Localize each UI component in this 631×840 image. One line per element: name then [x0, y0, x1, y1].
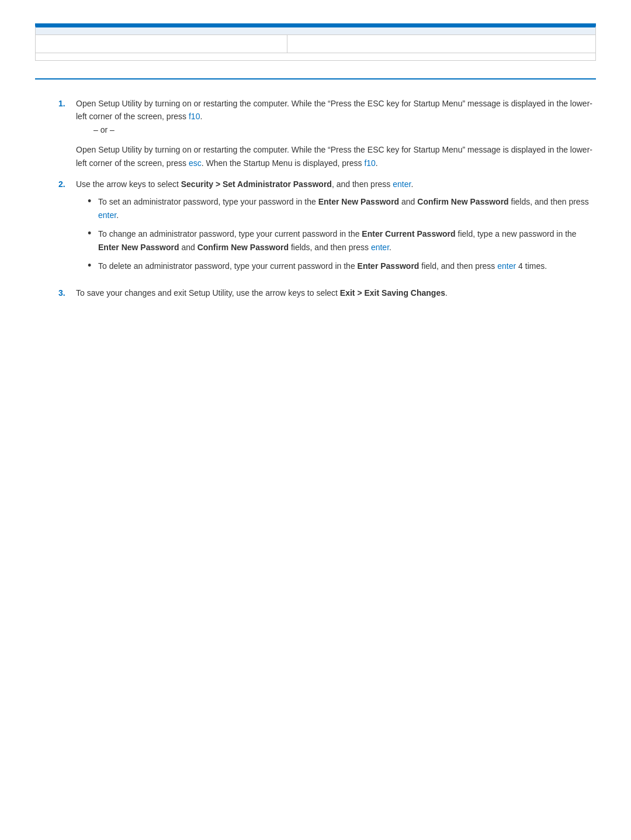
step-1-content: Open Setup Utility by turning on or rest… [76, 97, 596, 170]
esc-link[interactable]: esc [189, 158, 202, 168]
step-2: 2. Use the arrow keys to select Security… [58, 178, 596, 278]
page-footer [35, 335, 596, 344]
bullet-1: • To set an administrator password, type… [88, 195, 596, 222]
step-2-number: 2. [58, 178, 76, 278]
f10-link-2[interactable]: f10 [364, 158, 375, 168]
step-2-bold: Security > Set Administrator Password [181, 179, 332, 189]
enter-link-4[interactable]: enter [497, 261, 516, 271]
table-content-row [36, 35, 595, 53]
or-text: – or – [93, 123, 596, 136]
step-3: 3. To save your changes and exit Setup U… [58, 286, 596, 299]
step-1-number: 1. [58, 97, 76, 170]
step-3-text: To save your changes and exit Setup Util… [76, 288, 448, 298]
b1-bold2: Confirm New Password [417, 197, 508, 206]
password-table [35, 26, 596, 61]
table-cell-right [287, 35, 595, 53]
bullet-2: • To change an administrator password, t… [88, 227, 596, 254]
step-3-number: 3. [58, 286, 76, 299]
step-2-content: Use the arrow keys to select Security > … [76, 178, 596, 278]
bullet-3: • To delete an administrator password, t… [88, 260, 596, 272]
bullet-3-content: To delete an administrator password, typ… [98, 260, 596, 272]
step-3-content: To save your changes and exit Setup Util… [76, 286, 596, 299]
bullet-list: • To set an administrator password, type… [88, 195, 596, 272]
b2-bold3: Confirm New Password [197, 243, 289, 252]
step-1-text: Open Setup Utility by turning on or rest… [76, 99, 592, 121]
step-2-text: Use the arrow keys to select Security > … [76, 179, 413, 189]
bottom-rule [35, 78, 596, 79]
step-3-bold: Exit > Exit Saving Changes [340, 288, 445, 298]
bullet-1-content: To set an administrator password, type y… [98, 195, 596, 222]
b2-bold1: Enter Current Password [362, 229, 455, 238]
bullet-dot-2: • [88, 227, 98, 240]
step-1: 1. Open Setup Utility by turning on or r… [58, 97, 596, 170]
bullet-2-content: To change an administrator password, typ… [98, 227, 596, 254]
b3-bold: Enter Password [358, 261, 419, 271]
f10-link-1[interactable]: f10 [189, 112, 200, 121]
table-header-row [36, 27, 595, 35]
steps-container-2: 2. Use the arrow keys to select Security… [58, 178, 596, 300]
table-cell-left [36, 35, 287, 53]
b1-bold1: Enter New Password [318, 197, 400, 206]
steps-container: 1. Open Setup Utility by turning on or r… [58, 97, 596, 170]
enter-link-1[interactable]: enter [393, 179, 411, 189]
enter-link-2[interactable]: enter [98, 210, 116, 220]
enter-link-3[interactable]: enter [371, 243, 389, 252]
step-1-alt: Open Setup Utility by turning on or rest… [76, 143, 596, 170]
b2-bold2: Enter New Password [98, 243, 179, 252]
bullet-dot-3: • [88, 260, 98, 272]
footnote-row [36, 53, 595, 60]
bullet-dot-1: • [88, 195, 98, 208]
